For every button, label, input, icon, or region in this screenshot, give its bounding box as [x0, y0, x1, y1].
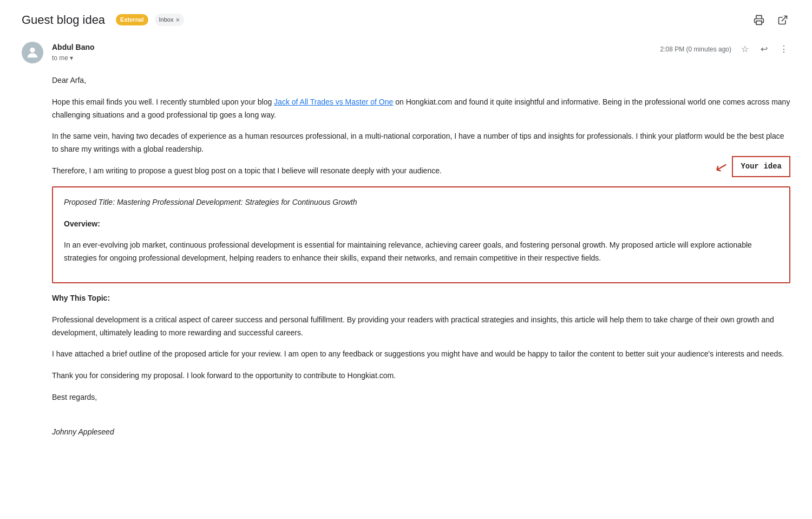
star-button[interactable]: ☆	[739, 42, 751, 56]
blog-link[interactable]: Jack of All Trades vs Master of One	[274, 98, 393, 106]
svg-line-1	[782, 16, 787, 21]
chevron-down-icon: ▾	[70, 53, 73, 63]
para3: Therefore, I am writing to propose a gue…	[52, 165, 790, 178]
sender-to[interactable]: to me ▾	[52, 53, 652, 63]
your-idea-box: Your idea	[732, 156, 790, 178]
sender-row: Abdul Bano to me ▾ 2:08 PM (0 minutes ag…	[22, 42, 790, 63]
para2: In the same vein, having two decades of …	[52, 130, 790, 156]
para1: Hope this email finds you well. I recent…	[52, 96, 790, 122]
badge-inbox[interactable]: Inbox ×	[155, 14, 185, 27]
reply-button[interactable]: ↩	[758, 42, 770, 56]
email-container: Guest blog idea External Inbox ×	[0, 0, 812, 469]
print-button[interactable]	[751, 12, 767, 28]
salutation: Dear Arfa,	[52, 74, 790, 87]
header-icons	[751, 12, 790, 28]
badge-external: External	[116, 14, 148, 25]
overview-label: Overview:	[64, 218, 778, 231]
proposed-title-value: Mastering Professional Development: Stra…	[117, 198, 357, 206]
svg-rect-0	[756, 21, 762, 24]
annotation-arrow: ↙	[712, 153, 731, 181]
para-thankyou: Thank you for considering my proposal. I…	[52, 369, 790, 382]
closing: Best regards,	[52, 391, 790, 404]
sender-meta: 2:08 PM (0 minutes ago) ☆ ↩ ⋮	[660, 42, 790, 56]
header-left: Guest blog idea External Inbox ×	[22, 11, 184, 29]
open-in-new-button[interactable]	[775, 12, 790, 28]
why-topic-body: Professional development is a critical a…	[52, 314, 790, 340]
sender-info: Abdul Bano to me ▾	[52, 42, 652, 63]
email-header: Guest blog idea External Inbox ×	[22, 11, 790, 29]
your-idea-callout: ↙ Your idea	[715, 154, 790, 180]
overview-body: In an ever-evolving job market, continuo…	[64, 239, 778, 265]
para-attached: I have attached a brief outline of the p…	[52, 348, 790, 361]
signature: Johnny Appleseed	[52, 426, 790, 439]
proposed-section-box: Proposed Title: Mastering Professional D…	[52, 186, 790, 283]
email-body: Dear Arfa, Hope this email finds you wel…	[22, 74, 790, 438]
proposed-title: Proposed Title: Mastering Professional D…	[64, 196, 778, 209]
inbox-badge-close[interactable]: ×	[175, 15, 180, 25]
sender-avatar	[22, 42, 43, 63]
email-subject: Guest blog idea	[22, 11, 105, 29]
annotation-area: ↙ Your idea Proposed Title: Mastering Pr…	[52, 186, 790, 283]
email-timestamp: 2:08 PM (0 minutes ago)	[660, 44, 731, 54]
svg-point-2	[30, 48, 35, 53]
sender-name: Abdul Bano	[52, 42, 652, 53]
why-topic-label: Why This Topic:	[52, 292, 790, 305]
more-options-button[interactable]: ⋮	[777, 42, 790, 56]
